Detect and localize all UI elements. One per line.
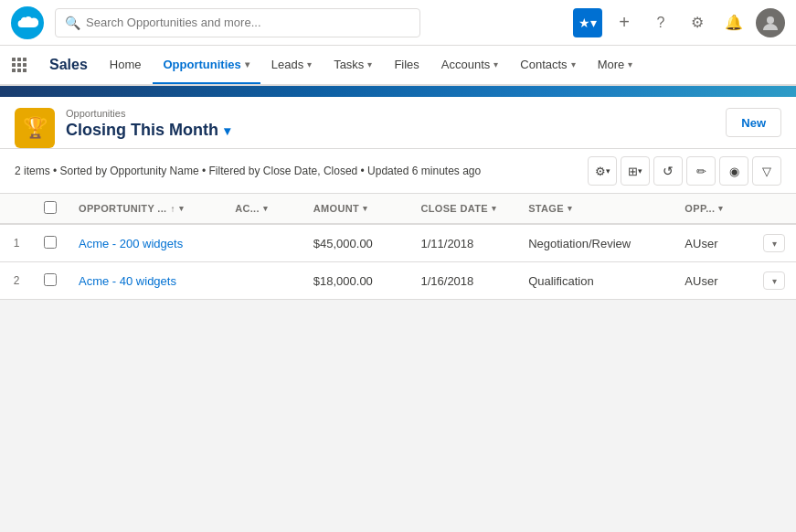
th-row-num xyxy=(0,194,33,224)
settings-dropdown-button[interactable]: ⚙ ▾ xyxy=(588,156,617,186)
app-name: Sales xyxy=(38,46,99,84)
data-table-wrapper: OPPORTUNITY ... ↑ ▾ AC... ▾ AMOUNT xyxy=(0,194,796,300)
refresh-icon: ↺ xyxy=(663,164,674,178)
edit-button[interactable]: ✏ xyxy=(686,156,716,186)
row-1-dropdown-button[interactable]: ▾ xyxy=(763,234,785,252)
svg-rect-1 xyxy=(12,58,16,61)
th-close-date[interactable]: CLOSE DATE ▾ xyxy=(409,194,517,224)
row-1-checkbox-cell[interactable] xyxy=(33,224,68,262)
list-header-text: Opportunities Closing This Month ▾ xyxy=(66,108,230,140)
toolbar-actions: ⚙ ▾ ⊞ ▾ ↺ ✏ ◉ ▽ xyxy=(588,156,781,186)
table-header-row: OPPORTUNITY ... ↑ ▾ AC... ▾ AMOUNT xyxy=(0,194,796,224)
th-owner[interactable]: OPP... ▾ xyxy=(674,194,752,224)
th-account[interactable]: AC... ▾ xyxy=(224,194,302,224)
th-stage[interactable]: STAGE ▾ xyxy=(517,194,674,224)
notifications-button[interactable]: 🔔 xyxy=(719,8,748,37)
pencil-icon: ✏ xyxy=(696,165,706,178)
filter-button[interactable]: ▽ xyxy=(752,156,781,186)
ac-col-chevron: ▾ xyxy=(263,204,268,213)
row-2-close-date: 1/16/2018 xyxy=(409,262,517,300)
row-2-account xyxy=(224,262,302,300)
search-bar[interactable]: 🔍 xyxy=(55,8,420,37)
table-view-button[interactable]: ⊞ ▾ xyxy=(621,156,650,186)
nav-tasks[interactable]: Tasks ▾ xyxy=(323,46,383,84)
nav-icons: ★▾ + ? ⚙ 🔔 xyxy=(573,8,785,37)
salesforce-logo[interactable] xyxy=(11,6,44,39)
help-button[interactable]: ? xyxy=(646,8,675,37)
list-view-header: 🏆 Opportunities Closing This Month ▾ New xyxy=(0,97,796,149)
table-chevron-icon: ▾ xyxy=(638,166,642,176)
row-2-dropdown-button[interactable]: ▾ xyxy=(763,271,785,290)
row-1-amount: $45,000.00 xyxy=(302,224,410,262)
page-banner xyxy=(0,86,796,97)
refresh-button[interactable]: ↺ xyxy=(653,156,683,186)
trophy-icon: 🏆 xyxy=(23,116,48,140)
gear-settings-icon: ⚙ xyxy=(595,165,606,178)
breadcrumb: Opportunities xyxy=(66,108,230,119)
page-content: 🏆 Opportunities Closing This Month ▾ New… xyxy=(0,97,796,300)
nav-contacts[interactable]: Contacts ▾ xyxy=(509,46,586,84)
contacts-chevron: ▾ xyxy=(571,59,576,69)
search-icon: 🔍 xyxy=(65,16,80,30)
table-row: 1 Acme - 200 widgets $45,000.00 1/11/201… xyxy=(0,224,796,262)
favorites-button[interactable]: ★▾ xyxy=(573,8,602,37)
svg-rect-7 xyxy=(12,69,16,72)
search-input[interactable] xyxy=(86,16,410,29)
amt-col-chevron: ▾ xyxy=(363,204,367,213)
accounts-chevron: ▾ xyxy=(494,59,498,69)
svg-rect-9 xyxy=(23,69,27,72)
row-1-account xyxy=(224,224,302,262)
list-header-left: 🏆 Opportunities Closing This Month ▾ xyxy=(15,108,230,148)
nav-accounts[interactable]: Accounts ▾ xyxy=(430,46,509,84)
opp2-col-chevron: ▾ xyxy=(718,204,723,213)
th-opportunity[interactable]: OPPORTUNITY ... ↑ ▾ xyxy=(68,194,224,224)
th-amount[interactable]: AMOUNT ▾ xyxy=(302,194,410,224)
svg-rect-8 xyxy=(17,69,21,72)
row-2-stage: Qualification xyxy=(517,262,674,300)
stage-col-chevron: ▾ xyxy=(568,204,572,213)
add-button[interactable]: + xyxy=(610,8,639,37)
row-1-opportunity-link[interactable]: Acme - 200 widgets xyxy=(79,237,183,250)
close-col-chevron: ▾ xyxy=(492,204,496,213)
row-2-checkbox[interactable] xyxy=(44,273,57,286)
nav-home[interactable]: Home xyxy=(99,46,153,84)
row-1-opportunity[interactable]: Acme - 200 widgets xyxy=(68,224,224,262)
nav-files[interactable]: Files xyxy=(383,46,430,84)
opportunities-chevron: ▾ xyxy=(245,59,249,69)
row-2-action[interactable]: ▾ xyxy=(752,262,796,300)
tasks-chevron: ▾ xyxy=(367,59,372,69)
nav-leads[interactable]: Leads ▾ xyxy=(260,46,323,84)
row-2-num: 2 xyxy=(0,262,33,300)
row-2-opportunity-link[interactable]: Acme - 40 widgets xyxy=(79,274,176,288)
row-2-checkbox-cell[interactable] xyxy=(33,262,68,300)
grid-icon[interactable] xyxy=(7,46,35,84)
svg-point-0 xyxy=(767,16,774,24)
row-1-action[interactable]: ▾ xyxy=(752,224,796,262)
row-2-opportunity[interactable]: Acme - 40 widgets xyxy=(68,262,224,300)
table-view-icon: ⊞ xyxy=(628,165,638,178)
nav-opportunities[interactable]: Opportunities ▾ xyxy=(153,46,260,84)
leads-chevron: ▾ xyxy=(307,59,312,69)
table-row: 2 Acme - 40 widgets $18,000.00 1/16/2018… xyxy=(0,262,796,300)
row-1-num: 1 xyxy=(0,224,33,262)
avatar[interactable] xyxy=(756,8,785,37)
gear-chevron-icon: ▾ xyxy=(606,166,610,176)
svg-rect-4 xyxy=(12,63,16,67)
new-button[interactable]: New xyxy=(726,108,781,137)
title-chevron-icon[interactable]: ▾ xyxy=(224,123,230,138)
settings-button[interactable]: ⚙ xyxy=(683,8,712,37)
row-1-checkbox[interactable] xyxy=(44,236,57,249)
list-view-toolbar: 2 items • Sorted by Opportunity Name • F… xyxy=(0,149,796,194)
list-icon-box: 🏆 xyxy=(15,108,55,148)
svg-rect-6 xyxy=(23,63,27,67)
th-action xyxy=(752,194,796,224)
select-all-checkbox[interactable] xyxy=(44,201,57,214)
th-select-all[interactable] xyxy=(33,194,68,224)
list-info: 2 items • Sorted by Opportunity Name • F… xyxy=(15,165,481,177)
chart-button[interactable]: ◉ xyxy=(719,156,748,186)
more-chevron: ▾ xyxy=(628,59,632,69)
nav-more[interactable]: More ▾ xyxy=(587,46,644,84)
row-1-owner: AUser xyxy=(674,224,752,262)
row-1-close-date: 1/11/2018 xyxy=(409,224,517,262)
opportunities-table: OPPORTUNITY ... ↑ ▾ AC... ▾ AMOUNT xyxy=(0,194,796,300)
